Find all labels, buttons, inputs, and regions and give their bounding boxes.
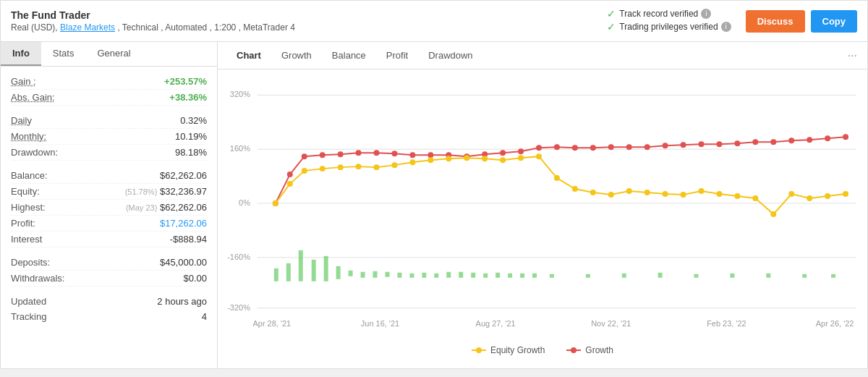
equity-label: Equity: [11,186,40,197]
svg-rect-28 [422,273,426,278]
chart-tab-balance[interactable]: Balance [323,46,375,64]
svg-rect-23 [361,272,365,278]
highest-value: (May 23) $62,262.06 [126,202,207,213]
svg-text:Nov 22, '21: Nov 22, '21 [591,319,631,328]
copy-button[interactable]: Copy [811,10,858,33]
svg-point-111 [825,193,830,199]
svg-point-65 [590,145,596,151]
svg-rect-30 [446,272,451,278]
chart-tab-profit[interactable]: Profit [378,46,417,64]
svg-point-71 [699,141,705,147]
svg-point-93 [500,157,506,163]
tab-general[interactable]: General [85,42,142,66]
svg-point-62 [536,145,542,151]
left-panel: Info Stats General Gain : +253.57% Abs. … [1,42,218,368]
svg-point-106 [734,193,740,199]
svg-point-95 [536,153,542,159]
svg-rect-32 [471,273,475,278]
svg-rect-20 [324,256,328,281]
svg-point-70 [681,142,686,148]
left-tabs: Info Stats General [1,42,217,67]
svg-point-103 [681,192,686,198]
monthly-value: 10.19% [175,131,207,142]
chart-tab-drawdown[interactable]: Drawdown [420,46,481,64]
updated-label: Updated [11,296,46,307]
svg-point-104 [699,188,705,194]
gain-label: Gain : [11,76,36,87]
legend-equity-label: Equity Growth [490,345,545,355]
svg-rect-21 [336,266,341,279]
svg-point-55 [409,152,415,158]
svg-point-96 [554,175,560,181]
svg-point-101 [644,190,650,195]
svg-rect-43 [730,274,734,278]
svg-point-85 [356,164,362,169]
highest-row: Highest: (May 23) $62,262.06 [11,200,207,216]
check-icon: ✓ [607,8,616,20]
deposits-row: Deposits: $45,000.00 [11,255,207,271]
legend-equity-dot [476,347,482,353]
chart-more-button[interactable]: ··· [848,49,857,62]
svg-rect-36 [520,274,524,278]
legend-growth: Growth [566,345,613,355]
legend-equity: Equity Growth [472,345,545,355]
chart-tabs: Chart Growth Balance Profit Drawdown ··· [218,42,867,69]
svg-point-75 [770,139,776,145]
svg-point-90 [446,156,451,161]
tab-info[interactable]: Info [1,42,41,66]
highest-note: (May 23) [126,203,157,212]
track-record-info-icon[interactable]: i [701,9,711,19]
svg-point-50 [320,152,326,158]
tab-stats[interactable]: Stats [41,42,86,66]
deposits-label: Deposits: [11,257,50,268]
svg-text:Aug 27, '21: Aug 27, '21 [476,319,516,328]
trading-privileges-info-icon[interactable]: i [721,22,731,32]
svg-point-67 [626,144,632,150]
svg-point-87 [391,162,397,168]
interest-value: -$888.94 [170,234,207,245]
check-icon-2: ✓ [607,21,616,33]
withdrawals-row: Withdrawals: $0.00 [11,271,207,287]
svg-point-61 [518,148,524,154]
track-record-verified: ✓ Track record verified i [607,8,731,20]
svg-rect-19 [312,260,316,281]
legend-growth-line [566,350,581,351]
stats-section: Gain : +253.57% Abs. Gain: +38.36% Daily… [1,67,217,331]
svg-point-88 [409,159,415,165]
equity-row: Equity: (51.78%) $32,236.97 [11,184,207,200]
profit-row: Profit: $17,262.06 [11,216,207,232]
svg-rect-33 [483,274,488,278]
chart-legend: Equity Growth Growth [225,339,860,361]
svg-point-84 [338,164,344,170]
drawdown-value: 98.18% [175,147,207,158]
svg-rect-34 [495,273,500,278]
svg-rect-37 [532,274,537,278]
svg-point-68 [644,144,650,150]
broker-link[interactable]: Blaze Markets [60,22,115,33]
svg-point-76 [788,137,794,143]
svg-point-53 [374,150,380,156]
trading-privileges-label: Trading privileges verified [619,22,718,32]
balance-row: Balance: $62,262.06 [11,168,207,184]
svg-rect-41 [658,273,663,278]
svg-point-99 [608,192,614,198]
svg-rect-16 [274,268,278,281]
svg-point-107 [752,195,758,201]
gain-row: Gain : +253.57% [11,74,207,90]
chart-tab-growth[interactable]: Growth [273,46,320,64]
monthly-label: Monthly: [11,131,46,142]
svg-point-79 [843,134,848,140]
discuss-button[interactable]: Discuss [746,10,805,33]
chart-tab-chart[interactable]: Chart [228,46,270,64]
svg-rect-26 [397,273,401,278]
svg-point-69 [663,143,668,148]
balance-label: Balance: [11,170,48,181]
svg-text:Apr 28, '21: Apr 28, '21 [252,319,291,328]
equity-value: (51.78%) $32,236.97 [125,186,207,197]
svg-rect-40 [622,274,626,278]
svg-point-77 [807,137,812,143]
account-subtitle: Real (USD), Blaze Markets , Technical , … [11,22,592,33]
svg-text:320%: 320% [230,90,250,98]
svg-point-109 [788,191,794,197]
svg-rect-35 [508,274,512,278]
